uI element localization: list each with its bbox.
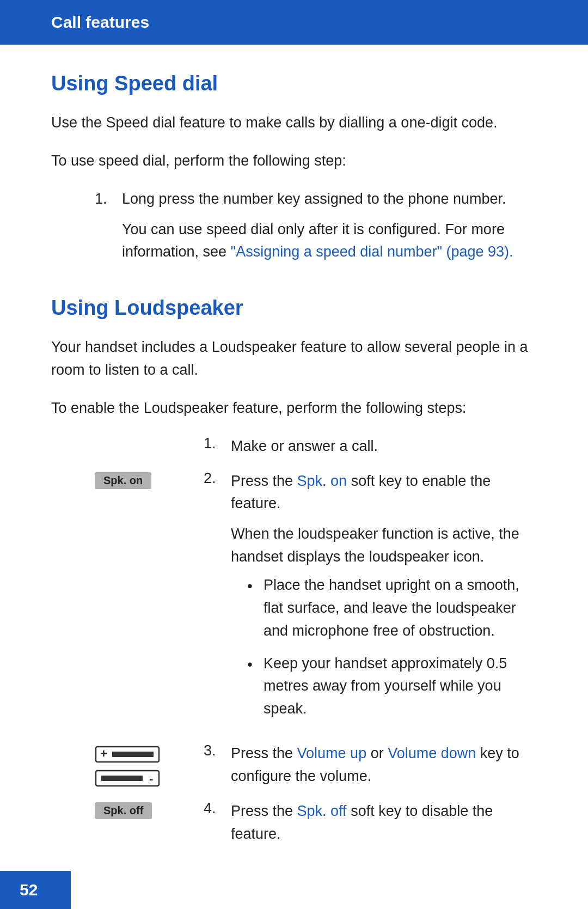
speed-dial-title: Using Speed dial [51, 72, 537, 95]
loudspeaker-title: Using Loudspeaker [51, 296, 537, 320]
volume-keys-icon: + - [95, 745, 160, 788]
step-icon-col-2: Spk. on [95, 470, 204, 489]
loudspeaker-note: When the loudspeaker function is active,… [231, 523, 537, 569]
step-content-4: Press the Spk. off soft key to disable t… [231, 800, 537, 846]
step-content: Long press the number key assigned to th… [122, 188, 537, 264]
bullet-item-1: • Place the handset upright on a smooth,… [247, 574, 537, 643]
spk-on-link[interactable]: Spk. on [297, 473, 347, 489]
loudspeaker-intro1: Your handset includes a Loudspeaker feat… [51, 336, 537, 382]
footer-bar: 52 [0, 871, 71, 909]
speed-dial-steps: 1. Long press the number key assigned to… [95, 188, 537, 264]
speed-dial-intro1: Use the Speed dial feature to make calls… [51, 112, 537, 135]
loudspeaker-step-4: Spk. off 4. Press the Spk. off soft key … [95, 800, 537, 846]
speed-dial-intro2: To use speed dial, perform the following… [51, 150, 537, 173]
step-note: You can use speed dial only after it is … [122, 218, 537, 264]
step-content-1: Make or answer a call. [231, 435, 537, 458]
step-number-2: 2. [204, 470, 231, 487]
spk-off-badge: Spk. off [95, 802, 152, 819]
bullet-content-2: Keep your handset approximately 0.5 metr… [264, 652, 537, 721]
loudspeaker-steps: 1. Make or answer a call. Spk. on 2. Pre… [95, 435, 537, 846]
step-number-3: 3. [204, 742, 231, 759]
content-area: Using Speed dial Use the Speed dial feat… [0, 45, 588, 901]
loudspeaker-step-1: 1. Make or answer a call. [95, 435, 537, 458]
step-content-3: Press the Volume up or Volume down key t… [231, 742, 537, 788]
loudspeaker-intro2: To enable the Loudspeaker feature, perfo… [51, 397, 537, 420]
bullet-item-2: • Keep your handset approximately 0.5 me… [247, 652, 537, 721]
bullet-content-1: Place the handset upright on a smooth, f… [264, 574, 537, 643]
svg-text:+: + [100, 747, 107, 760]
loudspeaker-step-2: Spk. on 2. Press the Spk. on soft key to… [95, 470, 537, 730]
list-item: 1. Long press the number key assigned to… [95, 188, 537, 264]
speed-dial-link[interactable]: "Assigning a speed dial number" (page 93… [231, 243, 513, 260]
page-number: 52 [20, 881, 38, 899]
volume-up-link[interactable]: Volume up [297, 745, 367, 761]
step-text: Long press the number key assigned to th… [122, 191, 506, 207]
bullet-list: • Place the handset upright on a smooth,… [247, 574, 537, 721]
bullet-dot-2: • [247, 652, 264, 676]
spk-on-badge: Spk. on [95, 472, 151, 489]
svg-rect-2 [112, 752, 154, 757]
step-number: 1. [95, 188, 122, 211]
spk-off-link[interactable]: Spk. off [297, 803, 347, 819]
step-number-1: 1. [204, 435, 231, 452]
step-content-2: Press the Spk. on soft key to enable the… [231, 470, 537, 730]
bullet-dot-1: • [247, 574, 264, 597]
step-number-4: 4. [204, 800, 231, 817]
loudspeaker-step-3: + - 3. Press the Volume up or Volume dow… [95, 742, 537, 788]
step-icon-col-1 [95, 435, 204, 437]
step-icon-col-4: Spk. off [95, 800, 204, 819]
header-label: Call features [51, 13, 149, 31]
step-icon-col-3: + - [95, 742, 204, 788]
svg-rect-4 [101, 776, 143, 781]
header-bar: Call features [0, 0, 588, 45]
volume-down-link[interactable]: Volume down [388, 745, 476, 761]
svg-text:-: - [149, 772, 153, 785]
